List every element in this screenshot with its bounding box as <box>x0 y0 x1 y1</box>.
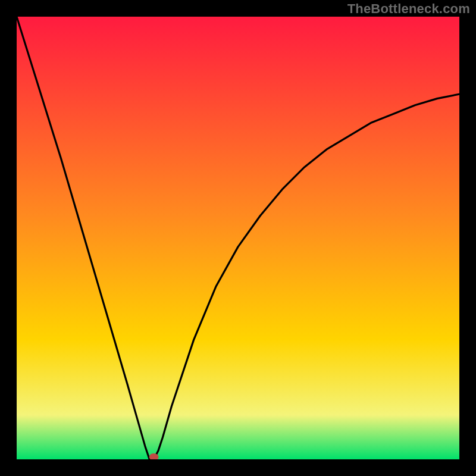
gradient-background <box>17 17 459 459</box>
bottleneck-plot-svg <box>17 17 459 459</box>
plot-area <box>17 17 459 459</box>
chart-frame: TheBottleneck.com <box>0 0 476 476</box>
watermark-text: TheBottleneck.com <box>347 1 470 17</box>
